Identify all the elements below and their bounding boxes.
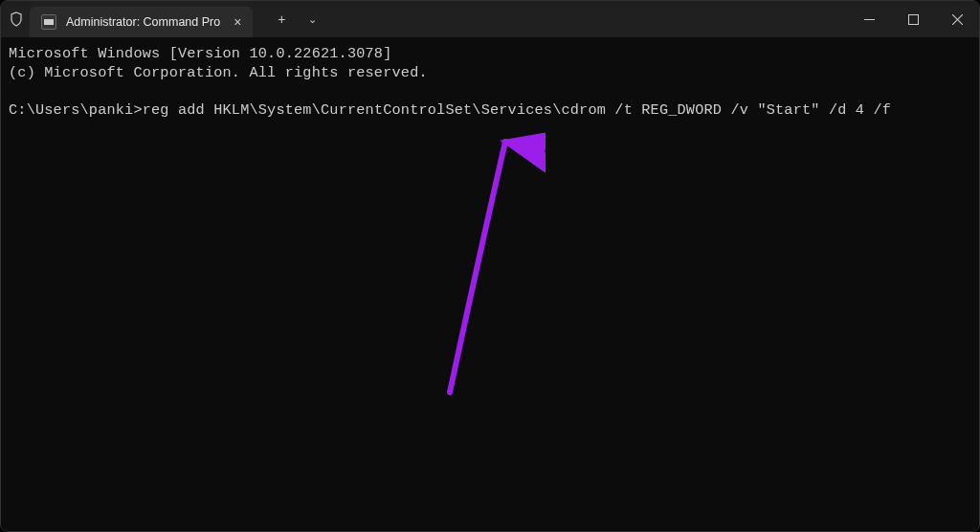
titlebar: Administrator: Command Pro × + ⌄ <box>1 1 979 37</box>
tab-title: Administrator: Command Pro <box>66 15 220 29</box>
active-tab[interactable]: Administrator: Command Pro × <box>30 7 253 37</box>
close-button[interactable] <box>935 1 979 37</box>
window-controls <box>847 1 979 37</box>
shield-icon <box>9 11 24 27</box>
titlebar-left <box>9 11 24 27</box>
maximize-button[interactable] <box>891 1 935 37</box>
new-tab-button[interactable]: + <box>266 4 297 34</box>
terminal-content[interactable]: Microsoft Windows [Version 10.0.22621.30… <box>1 37 979 531</box>
version-line: Microsoft Windows [Version 10.0.22621.30… <box>9 45 392 62</box>
svg-rect-1 <box>908 14 918 24</box>
tabs-strip: Administrator: Command Pro × + ⌄ <box>24 1 847 37</box>
prompt: C:\Users\panki> <box>9 101 143 119</box>
copyright-line: (c) Microsoft Corporation. All rights re… <box>9 64 428 81</box>
tab-dropdown-button[interactable]: ⌄ <box>297 4 327 34</box>
tab-close-button[interactable]: × <box>234 15 241 29</box>
command-text: reg add HKLM\System\CurrentControlSet\Se… <box>143 101 891 119</box>
terminal-window: Administrator: Command Pro × + ⌄ Microso… <box>0 0 980 532</box>
minimize-button[interactable] <box>847 1 891 37</box>
cmd-icon <box>41 14 56 30</box>
